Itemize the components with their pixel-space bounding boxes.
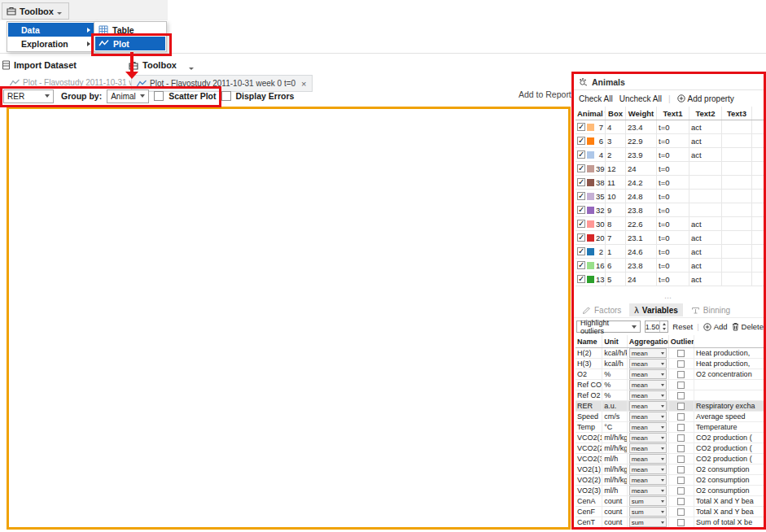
animal-row[interactable]: 13524t=0act bbox=[576, 273, 764, 286]
animal-row[interactable]: 20723.1t=0act bbox=[576, 231, 764, 245]
animal-checkbox[interactable] bbox=[577, 192, 585, 200]
animal-row[interactable]: 32923.8t=0 bbox=[576, 203, 764, 217]
animal-checkbox[interactable] bbox=[577, 261, 585, 269]
variable-row[interactable]: RERa.u.meanRespiratory excha bbox=[576, 401, 764, 412]
outliers-checkbox[interactable] bbox=[677, 434, 685, 442]
animal-row[interactable]: 7423.4t=0act bbox=[576, 120, 764, 134]
animal-checkbox[interactable] bbox=[577, 247, 585, 255]
animal-row[interactable]: 381124.2t=0 bbox=[576, 176, 764, 190]
aggregation-select[interactable]: mean bbox=[629, 359, 667, 368]
check-all-button[interactable]: Check All bbox=[579, 94, 613, 103]
animal-row[interactable]: 391224t=0 bbox=[576, 162, 764, 176]
outliers-checkbox[interactable] bbox=[677, 413, 685, 421]
outliers-checkbox[interactable] bbox=[677, 445, 685, 452]
panel-splitter-handle[interactable]: ⋯ bbox=[574, 294, 764, 302]
aggregation-select[interactable]: mean bbox=[629, 433, 667, 443]
tab-close-button[interactable]: × bbox=[301, 79, 306, 89]
animal-checkbox[interactable] bbox=[577, 150, 585, 159]
outliers-checkbox[interactable] bbox=[677, 456, 685, 463]
add-variable-button[interactable]: Add bbox=[703, 322, 728, 331]
toolbar-toolbox-button[interactable]: Toolbox bbox=[124, 60, 199, 70]
column-header-text3[interactable]: Text3 bbox=[722, 107, 752, 120]
outliers-checkbox[interactable] bbox=[677, 508, 685, 516]
aggregation-select[interactable]: mean bbox=[629, 475, 667, 485]
import-dataset-button[interactable]: Import Dataset bbox=[0, 60, 81, 70]
toolbox-menu-button[interactable]: Toolbox bbox=[2, 2, 69, 20]
variable-row[interactable]: DistDcmsumDistance traveled bbox=[576, 528, 764, 530]
animal-checkbox[interactable] bbox=[577, 220, 585, 228]
column-header-box[interactable]: Box bbox=[606, 107, 626, 120]
spinner-buttons[interactable] bbox=[659, 321, 668, 332]
aggregation-select[interactable]: sum bbox=[629, 496, 667, 506]
aggregation-select[interactable]: mean bbox=[629, 348, 667, 358]
animal-checkbox[interactable] bbox=[577, 178, 585, 186]
aggregation-select[interactable]: mean bbox=[629, 422, 667, 432]
animal-row[interactable]: 30822.6t=0act bbox=[576, 217, 764, 231]
tab-variables[interactable]: λ Variables bbox=[629, 303, 682, 316]
aggregation-select[interactable]: mean bbox=[629, 412, 667, 421]
aggregation-select[interactable]: sum bbox=[629, 528, 667, 530]
animal-checkbox[interactable] bbox=[577, 123, 585, 131]
variable-row[interactable]: VO2(2)ml/h/kgmeanO2 consumption bbox=[576, 475, 764, 486]
outliers-checkbox[interactable] bbox=[677, 350, 685, 357]
aggregation-select[interactable]: mean bbox=[629, 454, 667, 464]
outliers-checkbox[interactable] bbox=[677, 382, 685, 389]
outliers-checkbox[interactable] bbox=[677, 498, 685, 505]
outliers-checkbox[interactable] bbox=[677, 519, 685, 526]
reset-button[interactable]: Reset bbox=[672, 322, 693, 331]
variable-row[interactable]: VO2(3)ml/hmeanO2 consumption bbox=[576, 486, 764, 496]
outlier-mode-select[interactable]: Highlight outliers bbox=[576, 321, 641, 333]
variable-row[interactable]: CenAcountsumTotal X and Y bea bbox=[576, 496, 764, 507]
outliers-checkbox[interactable] bbox=[677, 466, 685, 473]
aggregation-select[interactable]: mean bbox=[629, 443, 667, 453]
variable-row[interactable]: VCO2(1)ml/h/kgmeanCO2 production ( bbox=[576, 433, 764, 443]
aggregation-select[interactable]: mean bbox=[629, 369, 667, 379]
variable-row[interactable]: O2%meanO2 concentration bbox=[576, 369, 764, 380]
add-to-report-button[interactable]: Add to Report bbox=[519, 89, 571, 99]
column-header-name[interactable]: Name bbox=[576, 335, 602, 347]
outliers-checkbox[interactable] bbox=[677, 477, 685, 484]
animal-row[interactable]: 6322.9t=0act bbox=[576, 134, 764, 148]
variable-row[interactable]: VO2(1)ml/h/kgmeanO2 consumption bbox=[576, 464, 764, 475]
column-header-animal[interactable]: Animal▾ bbox=[576, 107, 606, 120]
aggregation-select[interactable]: sum bbox=[629, 507, 667, 517]
animal-checkbox[interactable] bbox=[577, 206, 585, 214]
aggregation-select[interactable]: mean bbox=[629, 486, 667, 495]
variable-row[interactable]: Temp°CmeanTemperature bbox=[576, 422, 764, 433]
column-header-outliers[interactable]: Outliers bbox=[669, 335, 694, 347]
variable-row[interactable]: H(3)kcal/hmeanHeat production, bbox=[576, 359, 764, 369]
uncheck-all-button[interactable]: Uncheck All bbox=[619, 94, 662, 103]
aggregation-select[interactable]: mean bbox=[629, 401, 667, 411]
outliers-checkbox[interactable] bbox=[677, 403, 685, 410]
column-header-text2[interactable]: Text2 bbox=[689, 107, 722, 120]
display-errors-checkbox[interactable] bbox=[221, 91, 231, 101]
variable-row[interactable]: H(2)kcal/h/kgmeanHeat production, bbox=[576, 348, 764, 359]
variable-row[interactable]: Ref O2%mean bbox=[576, 390, 764, 401]
animal-row[interactable]: 4223.9t=0act bbox=[576, 148, 764, 162]
aggregation-select[interactable]: mean bbox=[629, 380, 667, 390]
animal-checkbox[interactable] bbox=[577, 275, 585, 283]
outliers-checkbox[interactable] bbox=[677, 371, 685, 378]
variable-row[interactable]: Speedcm/smeanAverage speed bbox=[576, 412, 764, 422]
tab-binning[interactable]: Binning bbox=[686, 304, 735, 316]
outliers-checkbox[interactable] bbox=[677, 360, 685, 368]
animal-checkbox[interactable] bbox=[577, 137, 585, 145]
outlier-threshold-spinner[interactable]: 1.50 bbox=[645, 321, 669, 333]
outliers-checkbox[interactable] bbox=[677, 487, 685, 495]
menu-item-exploration[interactable]: Exploration bbox=[8, 37, 95, 50]
animal-row[interactable]: 351024.8t=0 bbox=[576, 190, 764, 203]
column-header-text1[interactable]: Text1 bbox=[657, 107, 689, 120]
tab-factors[interactable]: Factors bbox=[577, 304, 626, 316]
column-header-aggregation[interactable]: Aggregation▴ bbox=[628, 335, 669, 347]
column-header-unit[interactable]: Unit bbox=[602, 335, 627, 347]
outliers-checkbox[interactable] bbox=[677, 424, 685, 431]
variable-row[interactable]: VCO2(3)ml/hmeanCO2 production ( bbox=[576, 454, 764, 464]
animal-row[interactable]: 16623.8t=0act bbox=[576, 259, 764, 273]
variable-row[interactable]: VCO2(2)ml/h/kgmeanCO2 production ( bbox=[576, 443, 764, 454]
variable-row[interactable]: CenFcountsumTotal X and Y bea bbox=[576, 507, 764, 517]
aggregation-select[interactable]: sum bbox=[629, 517, 667, 527]
column-header-weight[interactable]: Weight bbox=[626, 107, 657, 120]
outliers-checkbox[interactable] bbox=[677, 392, 685, 399]
variable-row[interactable]: Ref CO2%mean bbox=[576, 380, 764, 390]
aggregation-select[interactable]: mean bbox=[629, 464, 667, 474]
